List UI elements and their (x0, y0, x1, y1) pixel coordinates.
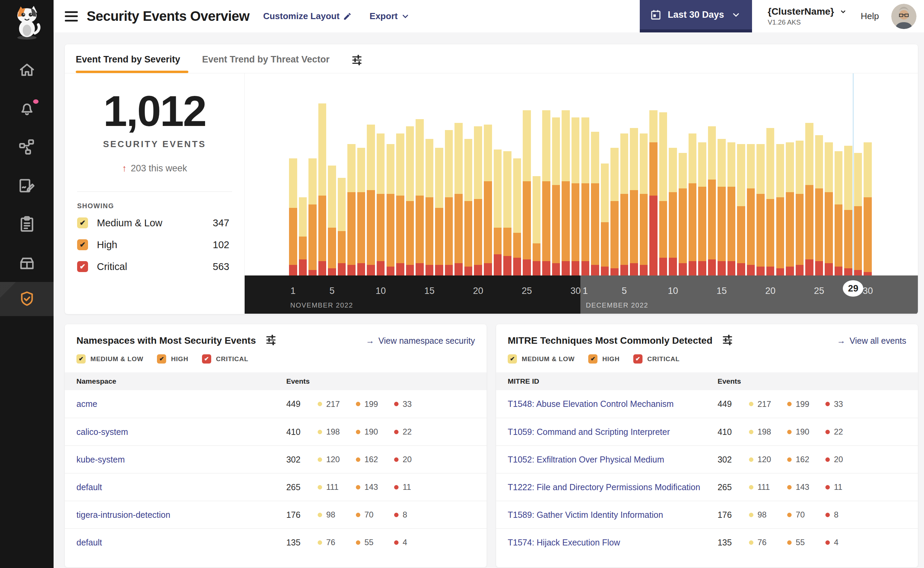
chart-bar[interactable] (357, 148, 365, 275)
user-avatar[interactable] (891, 4, 916, 29)
chart-bar[interactable] (747, 144, 755, 275)
chart-bar[interactable] (679, 153, 687, 275)
severity-checkbox[interactable]: ✔ (77, 218, 88, 228)
chart-bar[interactable] (815, 135, 823, 275)
chart-bar[interactable] (698, 142, 706, 275)
chart-bar[interactable] (464, 139, 473, 275)
chart-bar[interactable] (591, 132, 599, 275)
chart-bar[interactable] (513, 159, 522, 275)
sidebar-item-security-events[interactable] (0, 282, 54, 316)
severity-chip[interactable]: ✔HIGH (588, 354, 620, 364)
chart-bar[interactable] (669, 148, 677, 275)
calico-cat-logo[interactable] (10, 5, 44, 39)
severity-chip[interactable]: ✔MEDIUM & LOW (77, 354, 143, 364)
chart-bar[interactable] (377, 133, 385, 275)
trend-filter-sliders-icon[interactable] (351, 54, 362, 67)
tab-event-trend-by-threat-vector[interactable]: Event Trend by Threat Vector (202, 54, 330, 73)
chart-bar[interactable] (347, 144, 356, 275)
sidebar-item-policies[interactable] (0, 166, 54, 205)
severity-checkbox[interactable]: ✔ (157, 354, 166, 364)
severity-checkbox[interactable]: ✔ (633, 354, 642, 364)
chart-bar[interactable] (689, 133, 697, 275)
sidebar-item-catalog[interactable] (0, 243, 54, 282)
row-link[interactable]: default (65, 482, 286, 492)
chart-bar[interactable] (582, 118, 589, 275)
chart-bar[interactable] (825, 142, 833, 275)
row-link[interactable]: T1052: Exfiltration Over Physical Medium (496, 455, 717, 465)
view-namespace-security-link[interactable]: → View namespace security (366, 336, 475, 346)
row-link[interactable]: T1574: Hijack Execution Flow (496, 538, 717, 547)
row-link[interactable]: acme (65, 399, 286, 409)
row-link[interactable]: kube-system (65, 455, 286, 465)
chart-bar[interactable] (571, 118, 580, 275)
chart-bar[interactable] (435, 148, 443, 275)
chart-bar[interactable] (610, 148, 619, 275)
chart-bar[interactable] (503, 151, 511, 275)
chart-bar[interactable] (766, 128, 775, 275)
severity-chip[interactable]: ✔HIGH (157, 354, 188, 364)
chart-bar[interactable] (309, 159, 317, 275)
row-link[interactable]: T1222: File and Directory Permissions Mo… (496, 482, 717, 492)
chart-bar[interactable] (844, 146, 852, 275)
severity-checkbox[interactable]: ✔ (77, 239, 88, 250)
chart-bar[interactable] (396, 133, 404, 275)
chart-bar[interactable] (562, 110, 570, 275)
row-link[interactable]: calico-system (65, 427, 286, 437)
severity-chip[interactable]: ✔MEDIUM & LOW (508, 354, 574, 364)
filter-sliders-icon[interactable] (722, 334, 733, 347)
help-link[interactable]: Help (861, 11, 879, 21)
chart-bar[interactable] (630, 128, 638, 275)
chart-bar[interactable] (523, 110, 531, 275)
chart-bar[interactable] (455, 123, 463, 275)
export-button[interactable]: Export (369, 11, 410, 21)
row-link[interactable]: T1548: Abuse Elevation Control Mechanism (496, 399, 717, 409)
chart-bar[interactable] (552, 118, 560, 275)
severity-checkbox[interactable]: ✔ (588, 354, 597, 364)
chart-bar[interactable] (425, 139, 434, 275)
customize-layout-button[interactable]: Customize Layout (263, 11, 352, 21)
chart-bar[interactable] (289, 159, 297, 275)
chart-bar[interactable] (542, 110, 550, 275)
chart-bar[interactable] (757, 144, 765, 275)
chart-bar[interactable] (708, 126, 716, 275)
chart-bar[interactable] (776, 144, 784, 275)
chart-bar[interactable] (620, 133, 629, 275)
chart-bar[interactable] (717, 139, 726, 275)
chart-bar[interactable] (805, 123, 814, 275)
chart-bar[interactable] (406, 126, 414, 275)
sidebar-item-compliance[interactable] (0, 205, 54, 243)
severity-chip[interactable]: ✔CRITICAL (633, 354, 680, 364)
hamburger-menu-icon[interactable] (65, 11, 78, 21)
chart-bar[interactable] (835, 151, 843, 275)
chart-bar[interactable] (728, 142, 736, 275)
row-link[interactable]: T1059: Command and Scripting Interpreter (496, 427, 717, 437)
chart-bar[interactable] (318, 103, 327, 275)
chart-bar[interactable] (796, 140, 804, 275)
view-all-events-link[interactable]: → View all events (837, 336, 906, 346)
chart-bar[interactable] (737, 144, 745, 275)
sidebar-item-home[interactable] (0, 50, 54, 89)
chart-bar[interactable] (601, 163, 609, 275)
sidebar-item-service-graph[interactable] (0, 128, 54, 166)
chart-bar[interactable] (387, 144, 395, 275)
severity-chip[interactable]: ✔CRITICAL (202, 354, 249, 364)
chart-bar[interactable] (416, 119, 424, 275)
row-link[interactable]: tigera-intrusion-detection (65, 510, 286, 520)
chart-bar[interactable] (367, 125, 375, 275)
date-range-button[interactable]: Last 30 Days (640, 0, 752, 32)
chart-bar[interactable] (854, 153, 862, 275)
severity-checkbox[interactable]: ✔ (508, 354, 517, 364)
chart-bar[interactable] (474, 126, 482, 275)
sidebar-item-alerts[interactable] (0, 89, 54, 128)
chart-bar[interactable] (299, 197, 307, 275)
row-link[interactable]: T1589: Gather Victim Identity Informatio… (496, 510, 717, 520)
chart-bar[interactable] (494, 150, 502, 275)
chart-bar[interactable] (328, 166, 336, 275)
chart-bar[interactable] (484, 125, 492, 275)
severity-checkbox[interactable]: ✔ (202, 354, 211, 364)
chart-bar[interactable] (640, 133, 648, 275)
chart-bar[interactable] (659, 112, 668, 275)
chart-bar[interactable] (786, 142, 794, 275)
chart-bar[interactable] (864, 142, 872, 275)
filter-sliders-icon[interactable] (265, 334, 276, 347)
